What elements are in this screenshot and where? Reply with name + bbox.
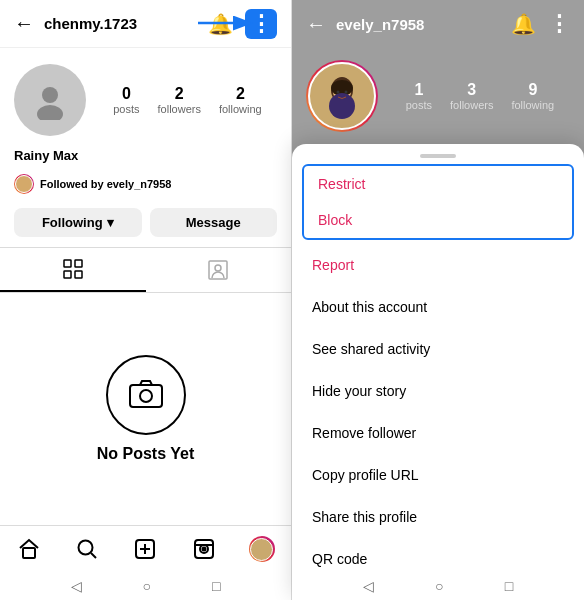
right-header: ← evely_n7958 🔔 ⋮	[292, 0, 584, 48]
action-buttons: Following ▾ Message	[0, 202, 291, 247]
hide-story-item[interactable]: Hide your story	[292, 370, 584, 412]
copy-url-label: Copy profile URL	[312, 467, 419, 483]
stat-posts: 0 posts	[113, 85, 139, 115]
nav-add[interactable]	[132, 536, 158, 562]
gesture-bar-right: ◁ ○ □	[292, 574, 584, 600]
following-button[interactable]: Following ▾	[14, 208, 142, 237]
home-gesture-right: ○	[435, 578, 443, 594]
name-section-left: Rainy Max	[0, 146, 291, 170]
back-icon-left[interactable]: ←	[14, 12, 34, 35]
no-posts-text: No Posts Yet	[97, 445, 195, 463]
stat-following: 2 following	[219, 85, 262, 115]
block-label: Block	[318, 212, 352, 228]
gesture-bar-left: ◁ ○ □	[0, 574, 291, 600]
svg-point-8	[215, 265, 221, 271]
following-button-label: Following	[42, 215, 103, 230]
person-tag-icon	[207, 259, 229, 281]
svg-rect-3	[64, 260, 71, 267]
left-panel: ← chenmy.1723 🔔 ⋮ 0 posts	[0, 0, 292, 600]
block-item[interactable]: Block	[304, 202, 572, 238]
svg-point-10	[140, 390, 152, 402]
recents-gesture-right: □	[505, 578, 513, 594]
shared-activity-label: See shared activity	[312, 341, 430, 357]
bottom-nav-left	[0, 525, 291, 574]
back-gesture-left: ◁	[71, 578, 82, 594]
more-icon-right[interactable]: ⋮	[548, 11, 570, 37]
profile-section-right: 1 posts 3 followers 9 following	[292, 48, 584, 142]
svg-point-2	[37, 105, 63, 120]
more-icon-left[interactable]: ⋮	[245, 9, 277, 39]
back-gesture-right: ◁	[363, 578, 374, 594]
nav-profile[interactable]	[249, 536, 275, 562]
restrict-label: Restrict	[318, 176, 365, 192]
stat-following-right: 9 following	[511, 81, 554, 111]
following-count: 2	[236, 85, 245, 103]
followed-by-user: evely_n7958	[107, 178, 172, 190]
follower-small-avatar	[14, 174, 34, 194]
followed-by-text: Followed by evely_n7958	[40, 178, 171, 190]
svg-point-1	[42, 87, 58, 103]
stat-followers: 2 followers	[158, 85, 201, 115]
posts-count-right: 1	[414, 81, 423, 99]
profile-section-left: 0 posts 2 followers 2 following	[0, 48, 291, 146]
followers-count-right: 3	[467, 81, 476, 99]
sheet-handle	[420, 154, 456, 158]
left-username: chenmy.1723	[44, 15, 208, 32]
bell-icon-left[interactable]: 🔔	[208, 12, 233, 36]
svg-rect-5	[64, 271, 71, 278]
svg-rect-4	[75, 260, 82, 267]
restrict-item[interactable]: Restrict	[304, 166, 572, 202]
stats-row-right: 1 posts 3 followers 9 following	[390, 81, 570, 111]
svg-rect-11	[23, 548, 35, 558]
stats-row-left: 0 posts 2 followers 2 following	[98, 85, 277, 115]
share-profile-item[interactable]: Share this profile	[292, 496, 584, 538]
copy-url-item[interactable]: Copy profile URL	[292, 454, 584, 496]
followed-by-row: Followed by evely_n7958	[0, 170, 291, 202]
svg-line-13	[91, 553, 96, 558]
grid-icon	[62, 258, 84, 280]
svg-rect-6	[75, 271, 82, 278]
svg-point-26	[337, 91, 340, 94]
nav-reels[interactable]	[191, 536, 217, 562]
camera-icon	[128, 377, 164, 413]
nav-home[interactable]	[16, 536, 42, 562]
report-label: Report	[312, 257, 354, 273]
stat-posts-right: 1 posts	[406, 81, 432, 111]
followers-label: followers	[158, 103, 201, 115]
remove-follower-item[interactable]: Remove follower	[292, 412, 584, 454]
bell-icon-right[interactable]: 🔔	[511, 12, 536, 36]
avatar-right-inner	[308, 62, 376, 130]
recents-gesture-left: □	[212, 578, 220, 594]
svg-rect-9	[130, 385, 162, 407]
home-gesture-left: ○	[143, 578, 151, 594]
about-account-label: About this account	[312, 299, 427, 315]
shared-activity-item[interactable]: See shared activity	[292, 328, 584, 370]
svg-point-25	[329, 93, 355, 119]
svg-point-19	[202, 548, 205, 551]
right-username: evely_n7958	[336, 16, 511, 33]
user-avatar-icon	[30, 80, 70, 120]
posts-label-right: posts	[406, 99, 432, 111]
profile-avatar-icon	[312, 66, 372, 126]
display-name-left: Rainy Max	[14, 148, 78, 163]
tabs-row	[0, 247, 291, 293]
followers-count: 2	[175, 85, 184, 103]
back-icon-right[interactable]: ←	[306, 13, 326, 36]
tab-grid[interactable]	[0, 248, 146, 292]
qr-code-label: QR code	[312, 551, 367, 567]
svg-point-27	[345, 91, 348, 94]
posts-count: 0	[122, 85, 131, 103]
message-button[interactable]: Message	[150, 208, 278, 237]
avatar-left	[14, 64, 86, 136]
left-header: ← chenmy.1723 🔔 ⋮	[0, 0, 291, 48]
about-account-item[interactable]: About this account	[292, 286, 584, 328]
restrict-block-box: Restrict Block	[302, 164, 574, 240]
following-label: following	[219, 103, 262, 115]
nav-search[interactable]	[74, 536, 100, 562]
avatar-right	[306, 60, 378, 132]
tab-tagged[interactable]	[146, 248, 292, 292]
right-panel: ← evely_n7958 🔔 ⋮	[292, 0, 584, 600]
follower-avatar-inner	[15, 175, 33, 193]
report-item[interactable]: Report	[292, 244, 584, 286]
share-profile-label: Share this profile	[312, 509, 417, 525]
